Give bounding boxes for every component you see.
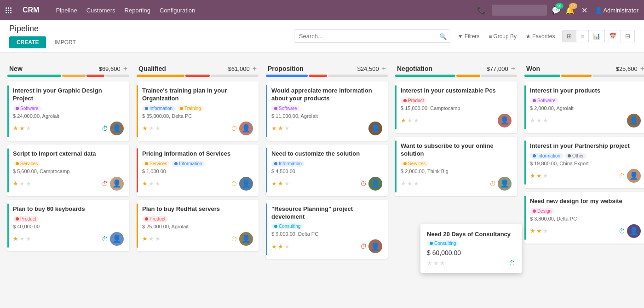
kanban-view-btn[interactable]: ⊞ (563, 30, 576, 42)
column-amount: $77,000 (487, 65, 508, 72)
tag[interactable]: Software (530, 98, 558, 104)
favorites-button[interactable]: ★ Favorites (522, 31, 558, 41)
grid-view-btn[interactable]: ⊟ (621, 30, 634, 42)
tag[interactable]: Product (142, 216, 168, 222)
tag[interactable]: Information (271, 161, 305, 167)
tag[interactable]: Other (565, 153, 586, 159)
kanban-card[interactable]: Interest in your Partnership project Inf… (524, 137, 644, 188)
nav-configuration[interactable]: Configuration (160, 7, 195, 14)
toolbar-buttons: CREATE IMPORT (9, 36, 80, 48)
kanban-card[interactable]: "Resource Planning" project develoment C… (266, 200, 388, 259)
nav-reporting[interactable]: Reporting (125, 7, 150, 14)
kanban-card[interactable]: Plan to buy RedHat servers Product $ 25,… (137, 200, 259, 251)
add-card-button[interactable]: + (382, 64, 386, 73)
card-stars[interactable]: ★★★ (142, 180, 161, 187)
groupby-button[interactable]: ≡ Group By (485, 31, 520, 41)
chart-view-btn[interactable]: 📊 (588, 30, 604, 42)
card-stars[interactable]: ★★★ (13, 180, 31, 187)
search-icon[interactable]: 🔍 (439, 33, 447, 40)
progress-segment (481, 75, 517, 77)
logo: CRM (23, 6, 39, 14)
card-stars[interactable]: ★★★ (13, 125, 31, 132)
card-title: Need new design for my website (530, 198, 641, 205)
admin-menu[interactable]: 👤 Administrator (595, 7, 638, 14)
column-header: Proposition $24,500 + (266, 62, 388, 75)
add-card-button[interactable]: + (253, 64, 257, 73)
notifications-count: 17 (569, 3, 577, 9)
kanban-card[interactable]: Plan to buy 60 keyboards Product $ 40,00… (7, 200, 129, 251)
card-stars[interactable]: ★★★ (401, 117, 419, 124)
popup-card[interactable]: Need 20 Days of Consultancy Consulting $… (420, 224, 522, 273)
card-detail: $ 40,000.00 (13, 224, 124, 229)
phone-icon[interactable]: 📞 (476, 6, 487, 15)
tag[interactable]: Consulting (271, 223, 303, 229)
card-stars[interactable]: ★★★ (271, 180, 290, 187)
search-input[interactable] (294, 29, 450, 43)
card-avatar: 👤 (110, 177, 124, 191)
card-detail: $ 5,600.00, Camptocamp (13, 169, 124, 174)
card-footer: ★★★ ⏱ 👤 (13, 232, 124, 246)
top-search-input[interactable] (492, 5, 547, 16)
card-border (395, 85, 397, 129)
card-border (7, 148, 9, 192)
card-stars[interactable]: ★★★ (13, 235, 31, 242)
close-icon[interactable]: ✕ (579, 6, 590, 15)
filters-button[interactable]: ▼ Filters (454, 31, 483, 41)
progress-segment (524, 75, 560, 77)
card-avatar: 👤 (239, 177, 253, 191)
card-stars[interactable]: ★★★ (142, 125, 161, 132)
kanban-card[interactable]: Need new design for my website Design $ … (524, 192, 644, 244)
tag[interactable]: Information (530, 153, 563, 159)
create-button[interactable]: CREATE (9, 36, 46, 48)
kanban-card[interactable]: Want to subscribe to your online solutio… (395, 137, 517, 196)
kanban-card[interactable]: Interest in your products Software $ 2,0… (524, 81, 644, 133)
card-stars[interactable]: ★★★ (530, 172, 548, 179)
card-tags: Product (13, 216, 124, 222)
progress-segment (86, 75, 104, 77)
tag[interactable]: Information (172, 161, 205, 167)
card-avatar: 👤 (498, 177, 512, 191)
card-tags: Software (530, 98, 641, 104)
notifications-badge[interactable]: 🔔 17 (565, 6, 575, 15)
card-avatar: 👤 (627, 224, 641, 238)
card-stars[interactable]: ★★★ (401, 180, 419, 187)
add-card-button[interactable]: + (123, 64, 127, 73)
calendar-view-btn[interactable]: 📅 (604, 30, 621, 42)
tag[interactable]: Product (401, 98, 426, 104)
tag[interactable]: Services (13, 161, 40, 167)
popup-stars[interactable]: ★★★ (427, 260, 445, 267)
kanban-card[interactable]: Would appreciate more information about … (266, 81, 388, 141)
tag[interactable]: Software (271, 105, 299, 111)
add-card-button[interactable]: + (511, 64, 515, 73)
apps-menu[interactable] (6, 7, 12, 13)
card-stars[interactable]: ★★★ (271, 243, 290, 250)
tag[interactable]: Product (13, 216, 39, 222)
card-stars[interactable]: ★★★ (142, 235, 161, 242)
card-stars[interactable]: ★★★ (530, 117, 548, 124)
tag[interactable]: Design (530, 208, 554, 214)
tag[interactable]: Training (177, 105, 204, 111)
kanban-card[interactable]: Trainee's training plan in your Organiza… (137, 81, 259, 141)
kanban-card[interactable]: Interest in your Graphic Design Project … (7, 81, 129, 141)
kanban-card[interactable]: Pricing Information of Services Services… (137, 145, 259, 196)
import-button[interactable]: IMPORT (50, 36, 80, 48)
subheader: Pipeline CREATE IMPORT 🔍 ▼ Filters ≡ Gro… (0, 20, 644, 52)
kanban-card[interactable]: Need to customize the solution Informati… (266, 145, 388, 196)
card-stars[interactable]: ★★★ (530, 227, 548, 234)
add-card-button[interactable]: + (640, 64, 644, 73)
nav-customers[interactable]: Customers (86, 7, 115, 14)
progress-bar (524, 75, 644, 77)
kanban-card[interactable]: Script to Import external data Services … (7, 145, 129, 196)
tag[interactable]: Software (13, 105, 41, 111)
tag[interactable]: Information (142, 105, 175, 111)
popup-tag[interactable]: Consulting (427, 240, 459, 246)
tag[interactable]: Services (401, 161, 428, 167)
card-stars[interactable]: ★★★ (271, 125, 290, 132)
tag[interactable]: Services (142, 161, 170, 167)
kanban-card[interactable]: Interest in your customizable Pcs Produc… (395, 81, 517, 133)
messages-badge[interactable]: 💬 15 (552, 6, 561, 15)
list-view-btn[interactable]: ≡ (576, 30, 588, 42)
card-title: Plan to buy 60 keyboards (13, 205, 124, 213)
nav-pipeline[interactable]: Pipeline (56, 7, 77, 14)
progress-segment (592, 75, 644, 77)
